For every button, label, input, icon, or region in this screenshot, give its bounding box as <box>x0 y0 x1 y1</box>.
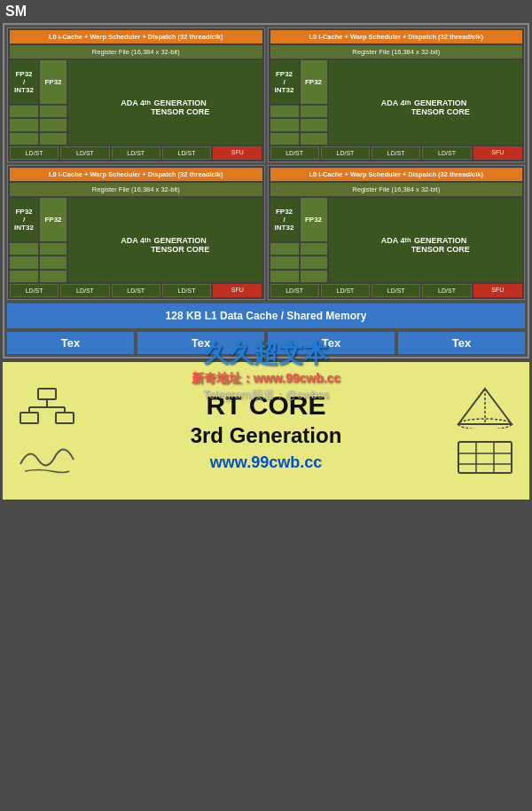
cell-1c <box>10 133 38 145</box>
rt-core-left-icons <box>12 384 82 477</box>
fp32-int32-col-2: FP32/INT32 <box>270 60 299 145</box>
rt-core-right-icons <box>450 384 520 477</box>
fp32-int32-box-4: FP32/INT32 <box>270 198 299 241</box>
sm-title: SM <box>0 0 532 23</box>
ldst-14: LD/ST <box>321 284 370 297</box>
sub-proc-grid: L0 i-Cache + Warp Scheduler + Dispatch (… <box>7 28 525 300</box>
l0-header-2: L0 i-Cache + Warp Scheduler + Dispatch (… <box>270 30 523 43</box>
cell-1b <box>10 119 38 130</box>
sm-diagram: SM L0 i-Cache + Warp Scheduler + Dispatc… <box>0 0 532 500</box>
sfu-1: SFU <box>213 146 262 160</box>
reg-file-3: Register File (16,384 x 32-bit) <box>10 183 262 196</box>
reg-file-2: Register File (16,384 x 32-bit) <box>270 45 523 59</box>
tensor-core-3: ADA 4thGENERATIONTENSOR CORE <box>68 198 262 282</box>
ldst-6: LD/ST <box>321 146 370 160</box>
sfu-4: SFU <box>473 284 522 297</box>
ldst-10: LD/ST <box>60 284 109 297</box>
cell-2b <box>270 119 299 130</box>
rt-core-title: RT CORE <box>87 390 445 421</box>
reg-file-1: Register File (16,384 x 32-bit) <box>10 45 262 59</box>
compute-area-2: FP32/INT32 FP32 ADA 4thGENERATIONTENSOR … <box>270 60 523 145</box>
ldst-row-3: LD/ST LD/ST LD/ST LD/ST SFU <box>10 284 262 297</box>
grid-icon <box>454 437 516 477</box>
ldst-15: LD/ST <box>372 284 420 297</box>
tensor-core-4: ADA 4thGENERATIONTENSOR CORE <box>329 198 523 282</box>
fp32-int32-col-1: FP32/INT32 <box>10 60 38 145</box>
cell-2a <box>270 106 299 117</box>
cell-3b <box>10 256 38 268</box>
fp32-int32-box-1: FP32/INT32 <box>10 60 38 104</box>
ldst-16: LD/ST <box>422 284 471 297</box>
ldst-4: LD/ST <box>162 146 211 160</box>
sub-proc-1: L0 i-Cache + Warp Scheduler + Dispatch (… <box>7 28 265 162</box>
sub-proc-4: L0 i-Cache + Warp Scheduler + Dispatch (… <box>268 165 526 300</box>
tex-4: Tex <box>398 332 525 354</box>
hierarchy-icon <box>16 384 78 429</box>
ldst-7: LD/ST <box>372 146 420 160</box>
tensor-core-1: ADA 4thGENERATIONTENSOR CORE <box>68 60 262 145</box>
ldst-3: LD/ST <box>112 146 160 160</box>
tex-2: Tex <box>137 332 264 354</box>
fp32-int32-col-3: FP32/INT32 <box>10 198 38 282</box>
tex-1: Tex <box>7 332 134 354</box>
tex-row: Tex Tex Tex Tex <box>7 332 525 354</box>
tensor-core-2: ADA 4thGENERATIONTENSOR CORE <box>329 60 523 145</box>
rt-core-center-text: RT CORE 3rd Generation www.99cwb.cc <box>82 390 450 471</box>
fp32-box-3: FP32 <box>40 198 66 241</box>
compute-area-3: FP32/INT32 FP32 ADA 4thGENERATIONTENSOR … <box>10 198 262 282</box>
fp32-col-3: FP32 <box>40 198 66 282</box>
ldst-9: LD/ST <box>10 284 59 297</box>
cell-3c <box>10 271 38 282</box>
fp32-cell-2b <box>301 119 327 130</box>
ldst-row-4: LD/ST LD/ST LD/ST LD/ST SFU <box>270 284 523 297</box>
sfu-2: SFU <box>473 146 522 160</box>
l0-header-3: L0 i-Cache + Warp Scheduler + Dispatch (… <box>10 168 262 181</box>
fp32-col-4: FP32 <box>301 198 327 282</box>
rt-core-generation: 3rd Generation <box>87 421 445 449</box>
reg-file-4: Register File (16,384 x 32-bit) <box>270 183 523 196</box>
svg-rect-10 <box>458 442 512 473</box>
ldst-row-1: LD/ST LD/ST LD/ST LD/ST SFU <box>10 146 262 160</box>
fp32-int32-box-2: FP32/INT32 <box>270 60 299 104</box>
ldst-5: LD/ST <box>270 146 319 160</box>
ldst-1: LD/ST <box>10 146 59 160</box>
shared-memory-bar: 128 KB L1 Data Cache / Shared Memory <box>7 303 525 328</box>
l0-header-4: L0 i-Cache + Warp Scheduler + Dispatch (… <box>270 168 523 181</box>
ldst-8: LD/ST <box>422 146 471 160</box>
compute-area-1: FP32/INT32 FP32 ADA 4thGENERATIO <box>10 60 262 145</box>
fp32-int32-box-3: FP32/INT32 <box>10 198 38 241</box>
fp32-cell-1b <box>40 119 66 130</box>
signature-icon <box>16 437 78 477</box>
fp32-cell-4b <box>301 256 327 268</box>
cell-1a <box>10 106 38 117</box>
fp32-cell-3b <box>40 256 66 268</box>
fp32-box-2: FP32 <box>301 60 327 104</box>
fp32-cell-3c <box>40 271 66 282</box>
ldst-row-2: LD/ST LD/ST LD/ST LD/ST SFU <box>270 146 523 160</box>
sub-proc-3: L0 i-Cache + Warp Scheduler + Dispatch (… <box>7 165 265 300</box>
cell-3a <box>10 243 38 255</box>
fp32-col-1: FP32 <box>40 60 66 145</box>
fp32-cell-2a <box>301 106 327 117</box>
fp32-cell-4c <box>301 271 327 282</box>
fp32-cell-4a <box>301 243 327 255</box>
ldst-13: LD/ST <box>270 284 319 297</box>
ldst-2: LD/ST <box>60 146 109 160</box>
cell-4a <box>270 243 299 255</box>
sfu-3: SFU <box>213 284 262 297</box>
tex-3: Tex <box>268 332 395 354</box>
ldst-12: LD/ST <box>162 284 211 297</box>
sub-proc-2: L0 i-Cache + Warp Scheduler + Dispatch (… <box>268 28 526 162</box>
fp32-cell-2c <box>301 133 327 145</box>
svg-rect-2 <box>56 413 74 423</box>
fp32-box-1: FP32 <box>40 60 66 104</box>
cell-4b <box>270 256 299 268</box>
svg-rect-1 <box>20 413 38 423</box>
rt-core-url: www.99cwb.cc <box>87 453 445 472</box>
fp32-int32-col-4: FP32/INT32 <box>270 198 299 282</box>
rt-core-section: RT CORE 3rd Generation www.99cwb.cc <box>3 362 529 500</box>
fp32-cell-3a <box>40 243 66 255</box>
ldst-11: LD/ST <box>112 284 160 297</box>
svg-rect-0 <box>38 389 56 399</box>
cell-2c <box>270 133 299 145</box>
